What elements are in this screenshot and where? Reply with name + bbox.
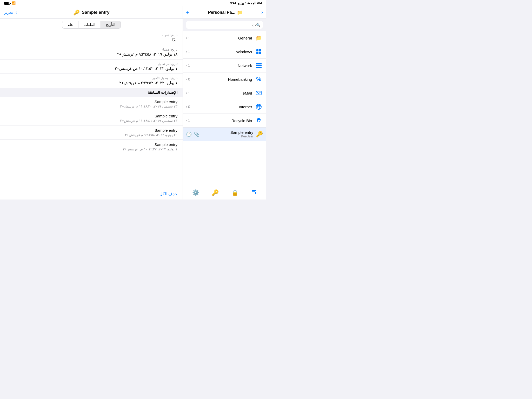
- svg-point-7: [261, 64, 261, 64]
- folder-list: ‹ 1 General 📁 ‹ 1 Windows: [183, 31, 266, 186]
- back-button[interactable]: ‹: [16, 10, 17, 15]
- chevron-right-icon[interactable]: ›: [261, 10, 263, 15]
- status-time: الجمعة ١ يوليو 9:41 AM: [230, 1, 262, 5]
- version-date-0: ٢٣ سبتمبر، ٢٠١٩، ١١:١٨:٣٠ م غرينتش+٢: [5, 104, 177, 108]
- entry-item-text: Sample entry KeeUser: [202, 130, 253, 138]
- svg-rect-2: [256, 52, 258, 54]
- expiry-value: ابدًا: [5, 38, 177, 42]
- svg-rect-1: [259, 49, 261, 51]
- entry-item-action-icons: 🕐 📎: [186, 131, 200, 137]
- homebanking-count-chevron: ‹ 0: [186, 77, 190, 81]
- folder-item-email[interactable]: ‹ 1 eMail: [183, 86, 266, 100]
- folder-item-homebanking[interactable]: ‹ 0 Homebanking %: [183, 72, 266, 86]
- version-row-0[interactable]: Sample entry ٢٣ سبتمبر، ٢٠١٩، ١١:١٨:٣٠ م…: [0, 97, 183, 111]
- expiry-label: تاريخ الانتهاء: [5, 34, 177, 37]
- delete-all-button[interactable]: حذف الكل: [159, 191, 177, 196]
- email-icon: [255, 89, 263, 97]
- recycle-bin-count-chevron: ‹ 1: [186, 118, 190, 123]
- edit-button[interactable]: تحرير: [4, 10, 13, 15]
- svg-rect-0: [256, 49, 258, 51]
- version-title-3: Sample entry: [5, 142, 177, 147]
- search-container: [183, 19, 266, 31]
- left-panel: تحرير ‹ 🔑 Sample entry عام الملفات التأر…: [0, 6, 183, 200]
- folder-item-recycle-bin[interactable]: ‹ 1 Recycle Bin: [183, 114, 266, 128]
- folder-title-text: Personal Pa...: [208, 10, 235, 15]
- folder-item-windows[interactable]: ‹ 1 Windows: [183, 45, 266, 59]
- created-label: تاريخ الإنشاء: [5, 48, 177, 51]
- network-icon: [255, 61, 263, 70]
- expiry-row: تاريخ الانتهاء ابدًا: [0, 31, 183, 45]
- recycle-bin-icon: [255, 116, 263, 125]
- version-title-1: Sample entry: [5, 114, 177, 118]
- settings-button[interactable]: ⚙️: [191, 188, 200, 197]
- version-date-2: ٢٩ يونيو، ٢٠٢٢، ٩:٥١:٥٨ م غرينتش+٢: [5, 133, 177, 137]
- entry-item-user: KeeUser: [202, 135, 253, 138]
- internet-name: Internet: [193, 105, 252, 109]
- email-name: eMail: [193, 91, 252, 95]
- entry-title-text: Sample entry: [82, 10, 110, 15]
- internet-icon: [255, 103, 263, 111]
- entry-key-icon: 🔑: [256, 131, 263, 138]
- paperclip-icon: 📎: [194, 131, 200, 137]
- folder-item-network[interactable]: ‹ 1 Network: [183, 59, 266, 72]
- add-button[interactable]: +: [186, 10, 189, 15]
- accessed-label: تاريخ الوصول الأخير: [5, 76, 177, 80]
- key-title-icon: 🔑: [73, 9, 80, 16]
- version-row-2[interactable]: Sample entry ٢٩ يونيو، ٢٠٢٢، ٩:٥١:٥٨ م غ…: [0, 125, 183, 140]
- created-row: تاريخ الإنشاء ١٨ يوليو، ٢٠١٩، ٩:٢٦:٥٨ م …: [0, 45, 183, 59]
- key-button[interactable]: 🔑: [211, 188, 220, 197]
- email-count-chevron: ‹ 1: [186, 91, 190, 95]
- info-section: تاريخ الانتهاء ابدًا تاريخ الإنشاء ١٨ يو…: [0, 31, 183, 188]
- entry-title: 🔑 Sample entry: [73, 9, 110, 16]
- svg-point-8: [261, 65, 261, 66]
- search-wrapper: [186, 21, 263, 29]
- svg-rect-10: [256, 91, 261, 95]
- modified-label: تاريخ آخر تعديل: [5, 62, 177, 66]
- right-footer: ⚙️ 🔑 🔒: [183, 186, 266, 200]
- folder-item-general[interactable]: ‹ 1 General 📁: [183, 31, 266, 45]
- network-count-chevron: ‹ 1: [186, 63, 190, 68]
- right-header: + Personal Pa... 📁 ›: [183, 6, 266, 19]
- version-title-0: Sample entry: [5, 99, 177, 104]
- modified-row: تاريخ آخر تعديل ١ يوليو، ٢٠٢٢، ١٠:١٢:٥٢ …: [0, 59, 183, 74]
- main-container: تحرير ‹ 🔑 Sample entry عام الملفات التأر…: [0, 6, 266, 200]
- left-header: تحرير ‹ 🔑 Sample entry: [0, 6, 183, 19]
- version-date-3: ١ يوليو، ٢٠٢٢، ١٠:١٢:٢٧ ص غرينتش+٢: [5, 147, 177, 151]
- status-bar: 📶 الجمعة ١ يوليو 9:41 AM: [0, 0, 266, 6]
- clock-icon: 🕐: [186, 131, 192, 137]
- folder-item-internet[interactable]: ‹ 0 Internet: [183, 100, 266, 114]
- sort-button[interactable]: [250, 188, 258, 197]
- tabs: عام الملفات التأريخ: [0, 19, 183, 31]
- tab-history[interactable]: التأريخ: [101, 21, 121, 29]
- tab-files[interactable]: الملفات: [78, 21, 101, 29]
- recycle-bin-name: Recycle Bin: [193, 118, 252, 123]
- svg-rect-3: [259, 52, 261, 54]
- created-value: ١٨ يوليو، ٢٠١٩، ٩:٢٦:٥٨ م غرينتش+٢: [5, 52, 177, 57]
- homebanking-icon: %: [255, 75, 263, 83]
- search-input[interactable]: [186, 21, 263, 29]
- folder-title-icon: 📁: [237, 10, 243, 15]
- general-name: General: [193, 36, 252, 40]
- previous-versions-header: الإصدارات السابقة: [0, 88, 183, 97]
- windows-count-chevron: ‹ 1: [186, 50, 190, 54]
- folder-title: Personal Pa... 📁: [208, 10, 243, 15]
- version-row-1[interactable]: Sample entry ٢٣ سبتمبر، ٢٠١٩، ١١:١٨:٤٦ م…: [0, 111, 183, 125]
- homebanking-name: Homebanking: [193, 77, 252, 82]
- accessed-row: تاريخ الوصول الأخير ١ يوليو، ٢٠٢٢، ٢:٢٩:…: [0, 74, 183, 88]
- version-title-2: Sample entry: [5, 128, 177, 132]
- general-icon: 📁: [255, 34, 263, 42]
- tab-general[interactable]: عام: [62, 21, 78, 29]
- right-panel: + Personal Pa... 📁 › ‹ 1 General: [183, 6, 266, 200]
- version-row-3[interactable]: Sample entry ١ يوليو، ٢٠٢٢، ١٠:١٢:٢٧ ص غ…: [0, 140, 183, 154]
- windows-name: Windows: [193, 50, 252, 54]
- svg-point-9: [261, 67, 261, 68]
- battery-icon: [4, 2, 10, 5]
- general-count-chevron: ‹ 1: [186, 36, 190, 40]
- lock-button[interactable]: 🔒: [230, 188, 240, 197]
- entry-item-selected[interactable]: 🕐 📎 Sample entry KeeUser 🔑: [183, 128, 266, 141]
- modified-value: ١ يوليو، ٢٠٢٢، ١٠:١٢:٥٢ ص غرينتش+٢: [5, 66, 177, 71]
- network-name: Network: [193, 63, 252, 68]
- accessed-value: ١ يوليو، ٢٠٢٢، ٢:٢٩:٥٢ م غرينتش+٢: [5, 81, 177, 85]
- entry-item-title: Sample entry: [202, 130, 253, 135]
- wifi-icon: 📶: [11, 1, 16, 5]
